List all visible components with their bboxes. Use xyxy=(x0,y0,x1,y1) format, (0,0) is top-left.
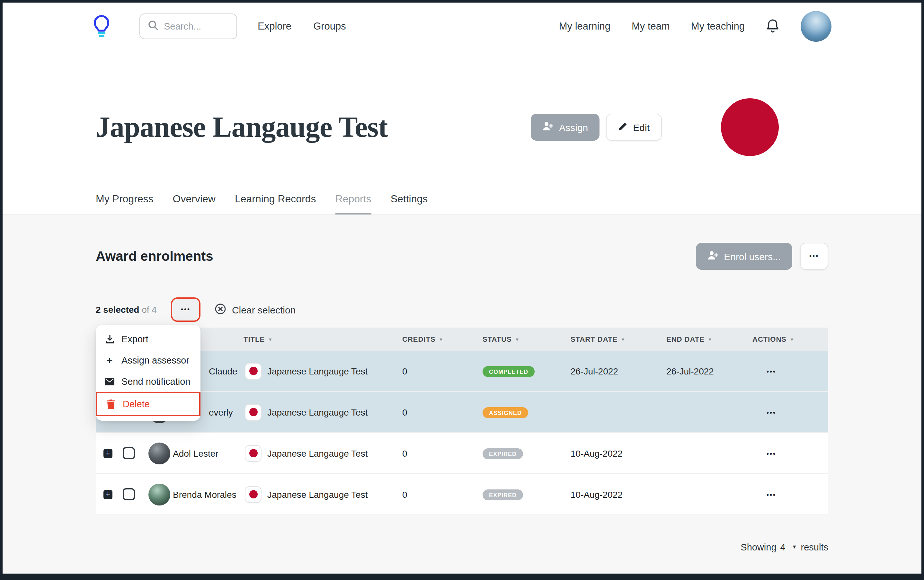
ellipsis-icon: ••• xyxy=(767,491,776,498)
app-logo-lightbulb-icon[interactable] xyxy=(92,14,112,38)
credits-value: 0 xyxy=(398,407,479,417)
user-nav: My learning My team My teaching xyxy=(559,11,832,41)
nav-my-teaching[interactable]: My teaching xyxy=(691,20,745,32)
table-row: + Claude Japanese Langauge Test 0 COMPLE… xyxy=(96,351,828,392)
user-avatar[interactable] xyxy=(800,11,832,41)
end-date-value: 26-Jul-2022 xyxy=(662,366,749,376)
course-title-link[interactable]: Japanese Langauge Test xyxy=(267,489,368,499)
tab-overview[interactable]: Overview xyxy=(173,193,216,214)
status-badge: ASSIGNED xyxy=(483,407,528,418)
tab-settings[interactable]: Settings xyxy=(391,193,428,214)
course-flag-icon xyxy=(245,486,262,503)
clear-selection-label: Clear selection xyxy=(232,304,295,315)
table-header-row: TITLE▼ CREDITS▼ STATUS▼ START DATE▼ END … xyxy=(96,328,828,351)
selection-count: 2 selected of 4 xyxy=(96,305,157,315)
top-navbar: Explore Groups My learning My team My te… xyxy=(3,3,921,49)
sort-caret-icon: ▼ xyxy=(515,337,520,342)
sort-caret-icon: ▼ xyxy=(621,337,625,342)
menu-item-export[interactable]: Export xyxy=(96,328,200,349)
sort-caret-icon: ▼ xyxy=(439,337,444,342)
menu-item-label: Delete xyxy=(123,399,150,409)
table-row: + everly Japanese Langauge Test 0 ASSIGN… xyxy=(96,392,828,433)
row-checkbox[interactable] xyxy=(123,447,135,459)
assign-person-icon xyxy=(542,121,553,133)
expand-row-button[interactable]: + xyxy=(104,449,112,458)
course-title-link[interactable]: Japanese Langauge Test xyxy=(267,366,368,376)
course-image-japan-flag xyxy=(721,98,779,156)
table-row: + Adol Lester Japanese Langauge Test 0 E… xyxy=(96,433,828,474)
edit-button[interactable]: Edit xyxy=(606,114,662,141)
pencil-icon xyxy=(618,122,627,133)
search-icon xyxy=(148,20,158,33)
learner-avatar xyxy=(148,442,170,464)
nav-explore[interactable]: Explore xyxy=(257,20,291,32)
sort-caret-icon: ▼ xyxy=(790,337,795,342)
selection-count-bold: 2 selected xyxy=(96,305,139,315)
clear-selection-button[interactable]: Clear selection xyxy=(214,303,295,316)
credits-value: 0 xyxy=(398,366,479,376)
row-checkbox[interactable] xyxy=(123,488,135,500)
row-actions-button[interactable]: ••• xyxy=(764,446,779,461)
enrolments-table: TITLE▼ CREDITS▼ STATUS▼ START DATE▼ END … xyxy=(96,328,828,515)
plus-icon: + xyxy=(104,354,115,366)
column-header-actions[interactable]: ACTIONS▼ xyxy=(749,335,828,343)
nav-groups[interactable]: Groups xyxy=(313,20,346,32)
more-actions-button[interactable]: ••• xyxy=(800,243,828,270)
row-actions-button[interactable]: ••• xyxy=(764,487,779,502)
column-header-start-date[interactable]: START DATE▼ xyxy=(567,335,662,343)
tab-reports[interactable]: Reports xyxy=(335,193,371,214)
notifications-bell-icon[interactable] xyxy=(766,19,779,33)
column-header-title[interactable]: TITLE▼ xyxy=(240,335,398,343)
sort-caret-icon: ▼ xyxy=(708,337,713,342)
clear-circle-x-icon xyxy=(214,303,226,316)
column-header-credits[interactable]: CREDITS▼ xyxy=(398,335,479,343)
ellipsis-icon: ••• xyxy=(181,306,191,313)
sort-caret-icon: ▼ xyxy=(268,337,273,342)
menu-item-label: Assign assessor xyxy=(121,355,189,365)
enrol-users-button[interactable]: Enrol users... xyxy=(696,243,792,270)
learner-name[interactable]: Brenda Morales xyxy=(172,489,236,499)
trash-icon xyxy=(106,399,116,409)
page-title: Japanese Langauge Test xyxy=(96,110,531,144)
selection-bar: 2 selected of 4 ••• Clear selection xyxy=(96,295,828,324)
envelope-icon xyxy=(104,377,115,385)
course-title-link[interactable]: Japanese Langauge Test xyxy=(267,407,368,417)
selection-more-button[interactable]: ••• xyxy=(171,297,200,322)
menu-item-delete[interactable]: Delete xyxy=(96,392,200,416)
app-window: Explore Groups My learning My team My te… xyxy=(0,0,924,580)
ellipsis-icon: ••• xyxy=(809,253,819,259)
ellipsis-icon: ••• xyxy=(767,409,776,416)
enrol-users-label: Enrol users... xyxy=(724,251,781,262)
section-heading: Award enrolments xyxy=(96,249,696,264)
learner-name[interactable]: Adol Lester xyxy=(172,448,218,458)
column-header-status[interactable]: STATUS▼ xyxy=(479,335,567,343)
menu-item-assign-assessor[interactable]: + Assign assessor xyxy=(96,349,200,371)
enrol-person-icon xyxy=(707,250,718,262)
nav-my-learning[interactable]: My learning xyxy=(559,20,610,32)
tab-learning-records[interactable]: Learning Records xyxy=(235,193,316,214)
tab-my-progress[interactable]: My Progress xyxy=(96,193,153,214)
table-row: + Brenda Morales Japanese Langauge Test … xyxy=(96,474,828,515)
menu-item-send-notification[interactable]: Send notification xyxy=(96,371,200,392)
start-date-value: 10-Aug-2022 xyxy=(567,448,662,458)
row-actions-button[interactable]: ••• xyxy=(764,405,779,419)
edit-button-label: Edit xyxy=(633,122,650,133)
ellipsis-icon: ••• xyxy=(767,368,776,375)
search-box[interactable] xyxy=(139,13,237,39)
results-count-select[interactable]: 4 ▼ xyxy=(780,542,797,552)
course-header: Japanese Langauge Test Assign Edit My Pr… xyxy=(3,49,921,214)
primary-nav: Explore Groups xyxy=(257,20,346,32)
nav-my-team[interactable]: My team xyxy=(632,20,670,32)
credits-value: 0 xyxy=(398,448,479,458)
column-header-end-date[interactable]: END DATE▼ xyxy=(662,335,749,343)
assign-button[interactable]: Assign xyxy=(531,114,599,141)
start-date-value: 26-Jul-2022 xyxy=(567,366,662,376)
course-title-link[interactable]: Japanese Langauge Test xyxy=(267,448,368,458)
search-input[interactable] xyxy=(164,21,229,31)
row-actions-button[interactable]: ••• xyxy=(764,364,779,378)
showing-label: Showing xyxy=(741,542,776,552)
expand-row-button[interactable]: + xyxy=(104,490,112,499)
course-flag-icon xyxy=(245,404,262,420)
bulk-actions-menu: Export + Assign assessor Send notificati… xyxy=(96,325,200,421)
assign-button-label: Assign xyxy=(559,122,588,133)
